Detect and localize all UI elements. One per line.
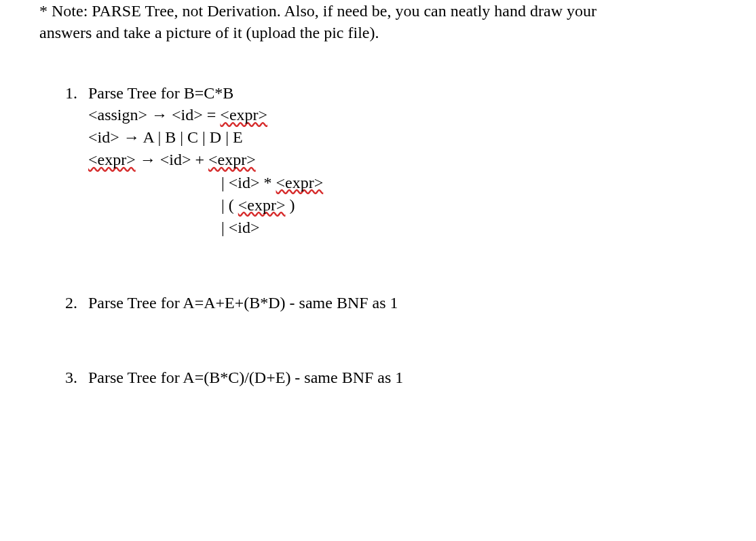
q2-header: 2. Parse Tree for A=A+E+(B*D) - same BNF… [65, 292, 749, 314]
q2-title: Parse Tree for A=A+E+(B*D) - same BNF as… [88, 292, 398, 314]
grammar-block: <assign> → <id> = <expr> <id> → A | B | … [65, 104, 749, 239]
q1-number: 1. [65, 82, 88, 104]
grammar-expr-2: | <id> * <expr> [88, 172, 749, 194]
expr-underlined: <expr> [276, 174, 324, 191]
q3-header: 3. Parse Tree for A=(B*C)/(D+E) - same B… [65, 367, 749, 388]
note-line-2: answers and take a picture of it (upload… [39, 22, 749, 43]
q3-title: Parse Tree for A=(B*C)/(D+E) - same BNF … [88, 367, 403, 388]
question-1: 1. Parse Tree for B=C*B <assign> → <id> … [39, 82, 749, 239]
expr-underlined: <expr> [238, 196, 286, 214]
expr-underlined: <expr> [88, 151, 136, 168]
grammar-expr-1: <expr> → <id> + <expr> [88, 149, 749, 171]
expr-underlined: <expr> [208, 151, 256, 168]
question-2: 2. Parse Tree for A=A+E+(B*D) - same BNF… [39, 292, 749, 314]
note-paragraph: * Note: PARSE Tree, not Derivation. Also… [39, 0, 749, 44]
grammar-expr-3: | ( <expr> ) [88, 194, 749, 217]
q1-title: Parse Tree for B=C*B [88, 82, 233, 104]
question-3: 3. Parse Tree for A=(B*C)/(D+E) - same B… [39, 367, 749, 388]
q1-header: 1. Parse Tree for B=C*B [65, 82, 749, 104]
q3-number: 3. [65, 367, 88, 388]
document-body: * Note: PARSE Tree, not Derivation. Also… [0, 0, 756, 389]
grammar-id: <id> → A | B | C | D | E [88, 126, 749, 149]
expr-underlined: <expr> [220, 106, 267, 124]
q2-number: 2. [65, 292, 88, 314]
grammar-assign: <assign> → <id> = <expr> [88, 104, 749, 126]
grammar-expr-4: | <id> [88, 217, 749, 239]
note-line-1: * Note: PARSE Tree, not Derivation. Also… [39, 0, 749, 22]
